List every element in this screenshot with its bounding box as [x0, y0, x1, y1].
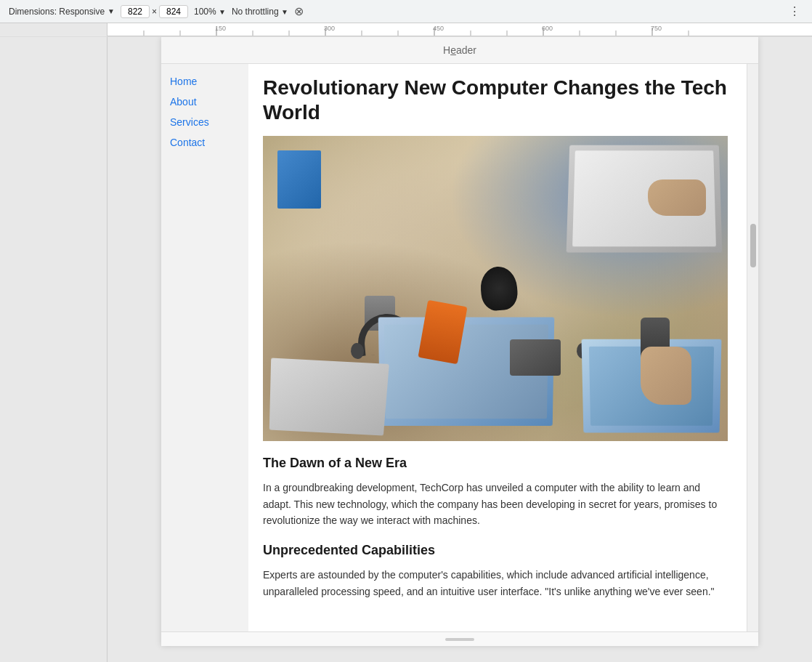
size-separator: ×: [152, 7, 157, 17]
hand-bottom: [641, 347, 691, 405]
article-image-canvas: [263, 136, 728, 441]
more-options-button[interactable]: ⋮: [786, 4, 803, 18]
svg-text:750: 750: [651, 25, 662, 32]
zoom-selector[interactable]: 100% ▼: [194, 7, 226, 17]
ruler-corner: [0, 23, 107, 36]
devtools-left-panel: [0, 37, 107, 662]
site-content: Revolutionary New Computer Changes the T…: [248, 64, 747, 631]
svg-text:300: 300: [324, 25, 335, 32]
scroll-indicator: [445, 638, 474, 641]
dropdown-arrow-icon[interactable]: ▼: [107, 7, 115, 15]
svg-text:150: 150: [215, 25, 226, 32]
scrollbar-thumb[interactable]: [750, 224, 756, 267]
width-input[interactable]: [121, 5, 150, 18]
zoom-arrow-icon: ▼: [219, 8, 226, 16]
dimensions-label: Dimensions: Responsive: [9, 7, 105, 17]
browser-toolbar: Dimensions: Responsive ▼ × 100% ▼ No thr…: [0, 0, 812, 23]
section2-body: Experts are astounded by the computer's …: [263, 567, 729, 600]
scrollbar[interactable]: [747, 64, 758, 631]
hand-right: [648, 179, 706, 216]
site-header: Header: [161, 37, 758, 64]
viewport-wrapper: Header Home About Services Contact Revol…: [107, 37, 812, 662]
section2-heading: Unprecedented Capabilities: [263, 543, 729, 558]
nav-home[interactable]: Home: [170, 76, 240, 87]
nav-services[interactable]: Services: [170, 116, 240, 128]
network-icon[interactable]: ⊗: [294, 4, 304, 18]
bottom-bar: [161, 631, 758, 646]
svg-text:450: 450: [433, 25, 444, 32]
teapot: [479, 265, 519, 312]
site-header-display: Header: [443, 44, 476, 56]
section1-body: In a groundbreaking development, TechCor…: [263, 480, 729, 528]
nav-contact[interactable]: Contact: [170, 137, 240, 148]
blue-book: [277, 150, 321, 209]
height-input[interactable]: [159, 5, 188, 18]
laptop-bottom-left: [269, 358, 389, 436]
svg-text:600: 600: [542, 25, 553, 32]
ruler-area: 150 300 450 600 750: [0, 23, 812, 37]
main-layout: Header Home About Services Contact Revol…: [0, 37, 812, 662]
throttle-selector[interactable]: No throttling ▼: [232, 7, 288, 17]
section2-paragraph: Experts are astounded by the computer's …: [263, 567, 729, 600]
site-nav: Home About Services Contact: [161, 64, 248, 631]
section1-heading: The Dawn of a New Era: [263, 456, 729, 471]
section1-paragraph: In a groundbreaking development, TechCor…: [263, 480, 729, 528]
hard-drive: [510, 339, 561, 376]
nav-about[interactable]: About: [170, 96, 240, 108]
throttle-label: No throttling: [232, 7, 279, 17]
article-title: Revolutionary New Computer Changes the T…: [263, 76, 729, 124]
dimensions-selector[interactable]: Dimensions: Responsive ▼: [9, 7, 115, 17]
throttle-arrow-icon: ▼: [281, 8, 288, 16]
size-inputs: ×: [121, 5, 188, 18]
ruler-horizontal: 150 300 450 600 750: [107, 23, 812, 36]
article-image: [263, 136, 728, 441]
webpage: Header Home About Services Contact Revol…: [161, 37, 758, 646]
site-body: Home About Services Contact Revolutionar…: [161, 64, 758, 631]
zoom-label: 100%: [194, 7, 216, 17]
